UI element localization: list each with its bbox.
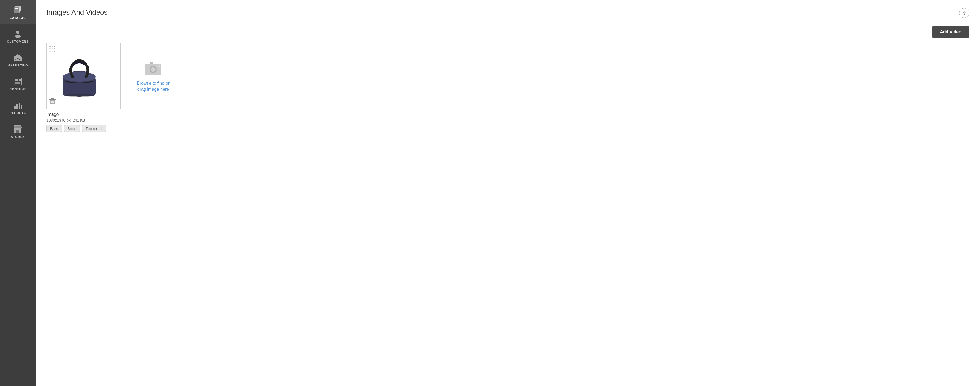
image-frame xyxy=(46,43,112,109)
page-title: Images And Videos xyxy=(46,8,108,17)
svg-rect-31 xyxy=(49,99,56,100)
svg-rect-32 xyxy=(51,98,54,99)
tag-thumbnail[interactable]: Thumbnail xyxy=(82,125,106,132)
main-content: Images And Videos ⇧ Add Video xyxy=(35,0,980,386)
sidebar-item-content[interactable]: CONTENT xyxy=(0,72,35,96)
sidebar-item-reports[interactable]: REPORTS xyxy=(0,96,35,119)
drag-dot xyxy=(54,46,55,47)
page-header: Images And Videos ⇧ xyxy=(46,8,969,18)
svg-rect-21 xyxy=(19,103,20,109)
drag-dot xyxy=(49,46,51,47)
svg-rect-39 xyxy=(150,62,153,64)
sidebar-item-label-content: CONTENT xyxy=(10,87,26,91)
sidebar-item-label-customers: CUSTOMERS xyxy=(7,40,29,43)
sidebar-item-catalog[interactable]: CATALOG xyxy=(0,0,35,24)
sidebar-item-marketing[interactable]: MARKETING xyxy=(0,48,35,72)
customers-icon xyxy=(13,29,22,38)
drag-dot xyxy=(49,48,51,49)
drag-dot xyxy=(52,51,53,52)
svg-point-28 xyxy=(63,72,96,82)
toolbar: Add Video xyxy=(46,26,969,38)
sidebar-item-label-stores: STORES xyxy=(11,135,25,138)
sidebar-item-customers[interactable]: CUSTOMERS xyxy=(0,24,35,48)
drag-dot xyxy=(52,46,53,47)
sidebar: CATALOG CUSTOMERS MARKETING xyxy=(0,0,35,386)
content-icon xyxy=(13,77,22,86)
sidebar-item-label-marketing: MARKETING xyxy=(7,64,28,67)
svg-point-40 xyxy=(158,65,160,67)
image-dimensions: 1080x1340 px, 241 KB xyxy=(46,118,106,122)
drag-dot xyxy=(54,51,55,52)
image-tags: Base Small Thumbnail xyxy=(46,125,106,132)
svg-point-8 xyxy=(15,35,21,38)
upload-placeholder[interactable]: Browse to find ordrag image here xyxy=(120,43,186,109)
svg-rect-20 xyxy=(16,105,18,109)
svg-point-7 xyxy=(16,31,19,34)
svg-point-29 xyxy=(64,94,94,97)
svg-rect-19 xyxy=(14,106,16,109)
add-video-button[interactable]: Add Video xyxy=(932,26,969,38)
marketing-icon xyxy=(13,53,22,62)
tag-small[interactable]: Small xyxy=(64,125,80,132)
drag-dot xyxy=(54,48,55,49)
sidebar-item-label-catalog: CATALOG xyxy=(10,16,26,19)
stores-icon xyxy=(13,124,22,134)
images-area: Image 1080x1340 px, 241 KB Base Small Th… xyxy=(46,43,969,132)
drag-dot xyxy=(52,48,53,49)
delete-image-button[interactable] xyxy=(49,98,56,106)
collapse-button[interactable]: ⇧ xyxy=(959,8,969,18)
upload-text: Browse to find ordrag image here xyxy=(137,80,170,93)
drag-dot xyxy=(49,51,51,52)
product-image xyxy=(57,52,101,100)
image-name: Image xyxy=(46,112,106,117)
sidebar-item-label-reports: REPORTS xyxy=(10,111,26,114)
svg-point-38 xyxy=(151,67,156,72)
tag-base[interactable]: Base xyxy=(46,125,62,132)
reports-icon xyxy=(13,101,22,110)
sidebar-item-stores[interactable]: STORES xyxy=(0,119,35,143)
drag-handle[interactable] xyxy=(49,46,56,52)
svg-rect-22 xyxy=(21,105,22,109)
svg-rect-14 xyxy=(15,79,18,81)
catalog-icon xyxy=(13,5,23,15)
svg-rect-12 xyxy=(16,59,19,61)
camera-icon xyxy=(143,60,163,76)
image-meta: Image 1080x1340 px, 241 KB Base Small Th… xyxy=(46,112,106,132)
image-card: Image 1080x1340 px, 241 KB Base Small Th… xyxy=(46,43,112,132)
svg-rect-25 xyxy=(16,130,19,133)
chevron-up-icon: ⇧ xyxy=(963,11,966,16)
